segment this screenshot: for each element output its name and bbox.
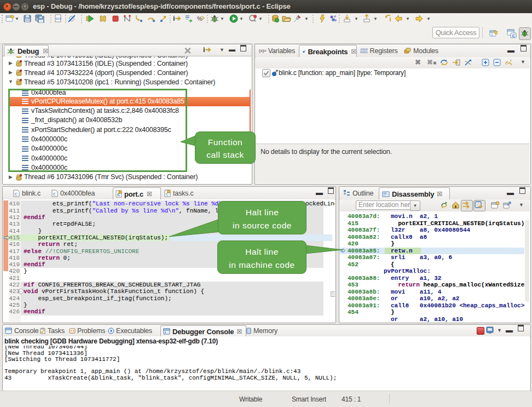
svg-text:010: 010 xyxy=(56,17,61,21)
svg-text:%: % xyxy=(197,15,203,22)
svg-text:C: C xyxy=(512,34,515,38)
svg-text:c: c xyxy=(15,191,18,197)
svg-text:c: c xyxy=(53,191,56,197)
